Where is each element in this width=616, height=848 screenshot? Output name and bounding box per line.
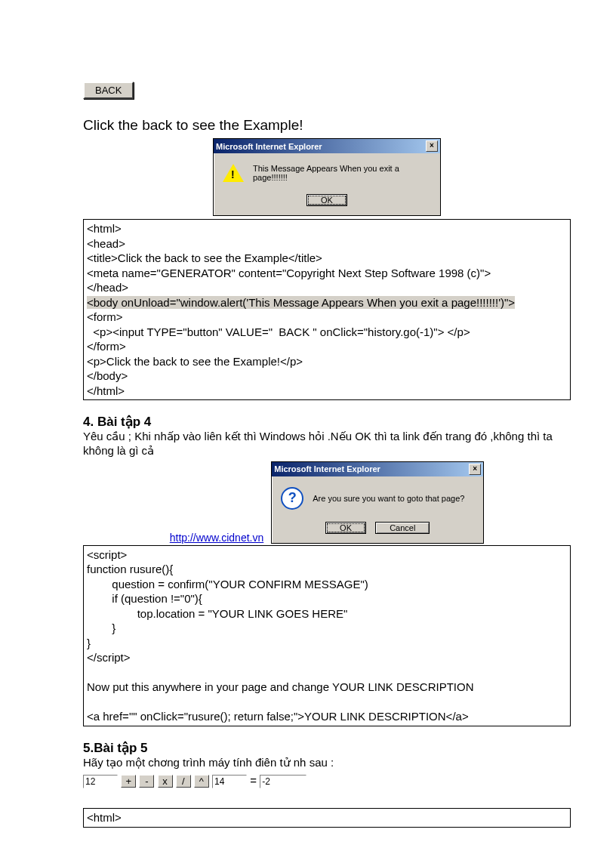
equals-label: = [250,774,257,787]
cancel-button[interactable]: Cancel [375,522,430,534]
confirm-dialog: Microsoft Internet Explorer × ? Are you … [271,461,484,544]
dialog-message: Are you sure you want to goto that page? [313,494,464,503]
code-block-3: <html> [83,808,571,828]
code-block-2: <script> function rusure(){ question = c… [83,545,571,726]
calculator-row: + - x / ^ = [83,774,571,788]
back-button[interactable]: BACK [83,82,134,99]
close-icon[interactable]: × [426,140,438,152]
question-icon: ? [281,487,303,510]
dialog-titlebar: Microsoft Internet Explorer × [214,139,440,153]
exercise-4-desc: Yêu cầu ; Khi nhấp vào liên kết thì Wind… [83,430,571,458]
dialog-title: Microsoft Internet Explorer [274,464,380,473]
result-input[interactable] [260,775,306,788]
op-plus-button[interactable]: + [121,775,136,788]
op-minus-button[interactable]: - [139,775,154,788]
operand-a-input[interactable] [83,775,118,788]
exercise-5-desc: Hãy tạo một chơng trình máy tính điên tử… [83,756,571,770]
op-power-button[interactable]: ^ [194,775,209,788]
code-highlight: <body onUnload="window.alert('This Messa… [87,296,515,309]
dialog-titlebar: Microsoft Internet Explorer × [272,462,483,476]
op-times-button[interactable]: x [158,775,173,788]
close-icon[interactable]: × [469,464,481,475]
ok-button[interactable]: OK [306,194,347,206]
dialog-title: Microsoft Internet Explorer [216,142,322,151]
dialog-message: This Message Appears When you exit a pag… [253,164,431,182]
exercise-4-heading: 4. Bài tập 4 [83,414,571,430]
op-divide-button[interactable]: / [176,775,191,788]
operand-b-input[interactable] [212,775,247,788]
ok-button[interactable]: OK [325,522,366,534]
instruction-text: Click the back to see the Example! [83,117,571,134]
warning-icon [223,164,244,182]
code-block-1: <html> <head> <title>Click the back to s… [83,219,571,400]
example-link[interactable]: http://www.cidnet.vn [170,532,264,544]
exercise-5-heading: 5.Bài tập 5 [83,740,571,756]
alert-dialog: Microsoft Internet Explorer × This Messa… [213,138,441,216]
